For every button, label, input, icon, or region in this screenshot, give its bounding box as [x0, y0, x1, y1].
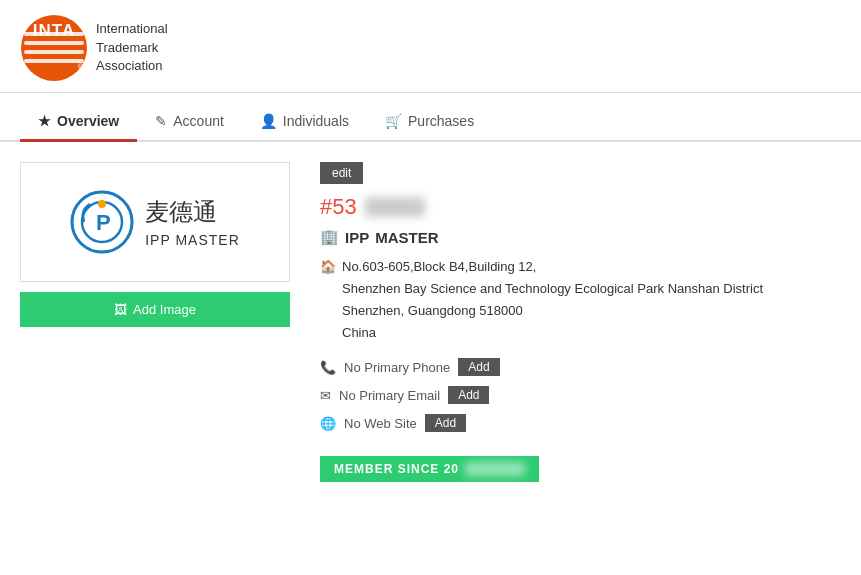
phone-icon: 📞 — [320, 360, 336, 375]
tab-overview[interactable]: ★ Overview — [20, 103, 137, 142]
add-website-button[interactable]: Add — [425, 414, 466, 432]
svg-rect-3 — [24, 50, 84, 54]
member-id: #53 — [320, 194, 841, 220]
website-row: 🌐 No Web Site Add — [320, 414, 841, 432]
header: INTA INTA ® International Trademark Asso… — [0, 0, 861, 92]
add-email-button[interactable]: Add — [448, 386, 489, 404]
add-image-button[interactable]: 🖼 Add Image — [20, 292, 290, 327]
edit-button[interactable]: edit — [320, 162, 363, 184]
svg-rect-4 — [24, 59, 84, 63]
tab-purchases[interactable]: 🛒 Purchases — [367, 103, 492, 142]
member-since-bar: MEMBER SINCE 20 — [320, 456, 539, 482]
svg-point-11 — [98, 200, 106, 208]
inta-logo-icon: INTA INTA ® — [20, 14, 88, 82]
edit-icon: ✎ — [155, 113, 167, 129]
add-phone-button[interactable]: Add — [458, 358, 499, 376]
company-name-en: IPP MASTER — [145, 232, 240, 248]
globe-icon: 🌐 — [320, 416, 336, 431]
member-since-year-blur — [465, 462, 525, 476]
home-icon: 🏠 — [320, 256, 336, 278]
company-full-name: 🏢 IPP MASTER — [320, 228, 841, 246]
address-block: 🏠 No.603-605,Block B4,Building 12, Shenz… — [320, 256, 841, 344]
image-icon: 🖼 — [114, 302, 127, 317]
member-id-blur — [365, 197, 425, 217]
header-divider — [0, 92, 861, 93]
left-panel: P 麦德通 IPP MASTER 🖼 Add Image — [20, 162, 310, 482]
svg-text:P: P — [96, 210, 111, 235]
inta-logo: INTA INTA ® International Trademark Asso… — [20, 14, 168, 82]
right-panel: edit #53 🏢 IPP MASTER 🏠 No.603-605,Block… — [310, 162, 841, 482]
svg-text:®: ® — [78, 63, 84, 70]
svg-text:INTA: INTA — [33, 21, 75, 40]
email-row: ✉ No Primary Email Add — [320, 386, 841, 404]
tab-individuals[interactable]: 👤 Individuals — [242, 103, 367, 142]
cart-icon: 🛒 — [385, 113, 402, 129]
email-icon: ✉ — [320, 388, 331, 403]
ipp-master-logo-icon: P — [70, 190, 135, 255]
logo-text: International Trademark Association — [96, 20, 168, 77]
company-logo-inner: P 麦德通 IPP MASTER — [70, 190, 240, 255]
tab-account[interactable]: ✎ Account — [137, 103, 242, 142]
building-icon: 🏢 — [320, 228, 339, 246]
company-name-cn: 麦德通 — [145, 196, 240, 228]
person-icon: 👤 — [260, 113, 277, 129]
phone-row: 📞 No Primary Phone Add — [320, 358, 841, 376]
nav-tabs: ★ Overview ✎ Account 👤 Individuals 🛒 Pur… — [0, 103, 861, 142]
main-content: P 麦德通 IPP MASTER 🖼 Add Image edit #53 — [0, 142, 861, 502]
company-logo-box: P 麦德通 IPP MASTER — [20, 162, 290, 282]
star-icon: ★ — [38, 113, 51, 129]
